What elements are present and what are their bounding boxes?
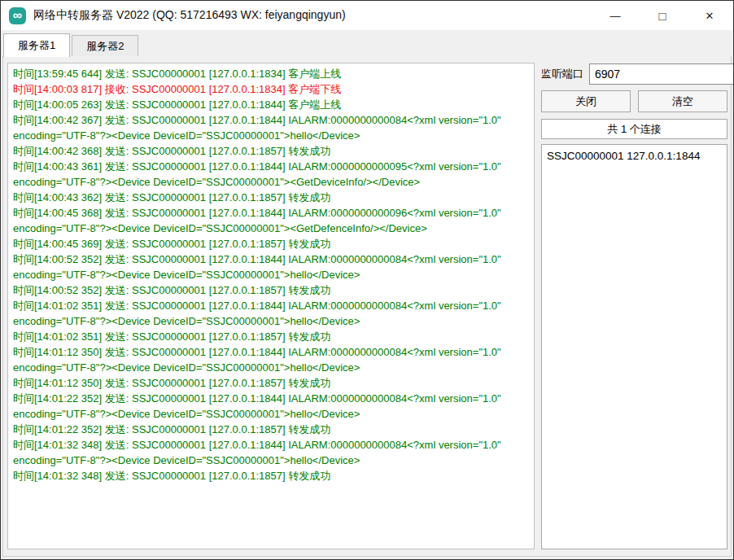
listen-port-label: 监听端口 [541, 67, 583, 81]
title-bar: ∞ 网络中转服务器 V2022 (QQ: 517216493 WX: feiya… [1, 1, 733, 30]
tab-server1[interactable]: 服务器1 [3, 33, 70, 57]
log-line: 时间[14:00:45 368] 发送: SSJC00000001 [127.0… [13, 205, 529, 236]
close-button[interactable]: ✕ [686, 1, 733, 30]
minimize-button[interactable]: — [592, 1, 639, 30]
log-line: 时间[14:00:43 361] 发送: SSJC00000001 [127.0… [13, 159, 529, 190]
close-server-button[interactable]: 关闭 [541, 90, 631, 112]
log-line: 时间[14:00:42 368] 发送: SSJC00000001 [127.0… [13, 143, 529, 159]
window-controls: — □ ✕ [592, 1, 733, 30]
log-line: 时间[14:00:42 367] 发送: SSJC00000001 [127.0… [13, 112, 529, 143]
log-line: 时间[14:01:22 352] 发送: SSJC00000001 [127.0… [13, 422, 529, 437]
log-line: 时间[14:01:02 351] 发送: SSJC00000001 [127.0… [13, 298, 529, 329]
clear-log-button[interactable]: 清空 [638, 90, 727, 112]
log-line: 时间[14:01:32 348] 发送: SSJC00000001 [127.0… [13, 468, 529, 483]
log-line: 时间[14:01:12 350] 发送: SSJC00000001 [127.0… [13, 375, 529, 391]
maximize-button[interactable]: □ [639, 1, 686, 30]
app-window: ∞ 网络中转服务器 V2022 (QQ: 517216493 WX: feiya… [0, 0, 734, 560]
log-line: 时间[14:01:32 348] 发送: SSJC00000001 [127.0… [13, 437, 529, 468]
log-line: 时间[14:00:52 352] 发送: SSJC00000001 [127.0… [13, 252, 529, 282]
log-line: 时间[14:00:45 369] 发送: SSJC00000001 [127.0… [13, 236, 529, 252]
log-line: 时间[14:01:12 350] 发送: SSJC00000001 [127.0… [13, 344, 529, 375]
log-line: 时间[13:59:45 644] 发送: SSJC00000001 [127.0… [13, 66, 529, 81]
tab-server2[interactable]: 服务器2 [72, 35, 138, 56]
log-line: 时间[14:00:43 362] 发送: SSJC00000001 [127.0… [13, 190, 529, 205]
log-line: 时间[14:01:22 352] 发送: SSJC00000001 [127.0… [13, 391, 529, 422]
connection-list-item[interactable]: SSJC00000001 127.0.0.1:1844 [547, 148, 722, 164]
window-title: 网络中转服务器 V2022 (QQ: 517216493 WX: feiyang… [33, 8, 346, 23]
log-output[interactable]: 时间[13:59:45 644] 发送: SSJC00000001 [127.0… [7, 63, 535, 549]
listen-port-row: 监听端口 [541, 63, 727, 85]
log-line: 时间[14:00:05 263] 发送: SSJC00000001 [127.0… [13, 97, 529, 112]
log-line: 时间[14:00:03 817] 接收: SSJC00000001 [127.0… [13, 81, 529, 97]
action-buttons: 关闭 清空 [541, 90, 727, 112]
listen-port-input[interactable] [589, 63, 734, 85]
connection-count-label: 共 1 个连接 [541, 119, 727, 139]
tab-bar: 服务器1 服务器2 [1, 30, 733, 56]
app-logo-infinity-icon: ∞ [9, 7, 26, 24]
log-line: 时间[14:00:52 352] 发送: SSJC00000001 [127.0… [13, 282, 529, 298]
log-line: 时间[14:01:02 351] 发送: SSJC00000001 [127.0… [13, 329, 529, 344]
connection-list[interactable]: SSJC00000001 127.0.0.1:1844 [541, 144, 727, 549]
